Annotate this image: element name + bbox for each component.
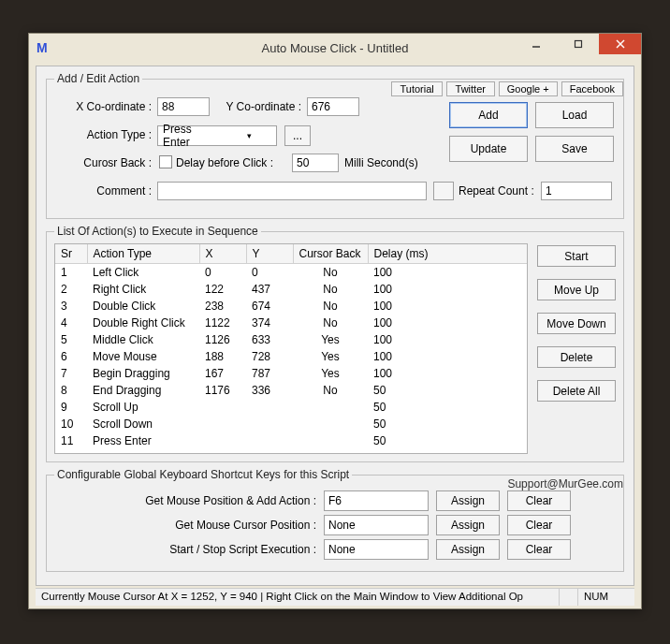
status-text: Currently Mouse Cursor At X = 1252, Y = … [36, 589, 560, 606]
sc2-input[interactable] [324, 515, 429, 535]
delete-button[interactable]: Delete [537, 346, 616, 368]
sc1-input[interactable] [324, 490, 429, 511]
sc1-label: Get Mouse Position & Add Action : [54, 494, 316, 507]
table-row[interactable]: 6Move Mouse188728Yes100 [55, 348, 527, 365]
actions-table[interactable]: Sr Action Type X Y Cursor Back Delay (ms… [54, 243, 528, 454]
col-y[interactable]: Y [246, 244, 293, 264]
sc3-clear-button[interactable]: Clear [507, 539, 571, 560]
sc1-assign-button[interactable]: Assign [436, 490, 500, 511]
col-cursor[interactable]: Cursor Back [293, 244, 368, 264]
actiontype-value: Press Enter [158, 123, 217, 149]
ycoord-input[interactable] [307, 97, 359, 116]
actions-list-legend: List Of Action(s) to Execute in Sequence [54, 225, 261, 238]
col-type[interactable]: Action Type [87, 244, 199, 264]
app-window: M Auto Mouse Click - Untitled Add / Edit… [28, 33, 642, 609]
table-row[interactable]: 11Press Enter50 [55, 432, 527, 449]
col-delay[interactable]: Delay (ms) [368, 244, 527, 264]
delay-label: Delay before Click : [176, 156, 288, 169]
table-row[interactable]: 5Middle Click1126633Yes100 [55, 331, 527, 348]
xcoord-label: X Co-ordinate : [54, 100, 152, 113]
col-sr[interactable]: Sr [55, 244, 87, 264]
close-button[interactable] [599, 34, 641, 54]
statusbar: Currently Mouse Cursor At X = 1252, Y = … [36, 588, 634, 606]
app-icon: M [36, 40, 51, 55]
update-button[interactable]: Update [449, 136, 528, 162]
table-row[interactable]: 9Scroll Up50 [55, 399, 527, 416]
table-row[interactable]: 7Begin Dragging167787Yes100 [55, 365, 527, 382]
sc3-label: Start / Stop Script Execution : [54, 543, 316, 556]
repeat-label: Repeat Count : [459, 184, 534, 198]
delay-input[interactable] [292, 154, 339, 172]
table-row[interactable]: 2Right Click122437No100 [55, 281, 527, 298]
table-row[interactable]: 3Double Click238674No100 [55, 298, 527, 315]
list-buttons: Start Move Up Move Down Delete Delete Al… [537, 243, 616, 454]
titlebar[interactable]: M Auto Mouse Click - Untitled [29, 34, 641, 62]
add-edit-legend: Add / Edit Action [54, 72, 142, 85]
chevron-down-icon: ▾ [217, 126, 276, 145]
sc2-assign-button[interactable]: Assign [436, 515, 500, 535]
table-row[interactable]: 8End Dragging1176336No50 [55, 382, 527, 399]
xcoord-input[interactable] [157, 97, 210, 116]
sc2-clear-button[interactable]: Clear [507, 515, 571, 535]
sc3-assign-button[interactable]: Assign [436, 539, 500, 560]
shortcuts-group: Configurable Global Keyboard Shortcut Ke… [46, 468, 624, 572]
save-button[interactable]: Save [535, 136, 614, 162]
ycoord-label: Y Co-ordinate : [213, 100, 301, 113]
movedown-button[interactable]: Move Down [537, 313, 616, 334]
table-row[interactable]: 1Left Click00No100 [55, 264, 527, 282]
actiontype-label: Action Type : [54, 128, 152, 141]
sc2-label: Get Mouse Cursor Position : [54, 519, 316, 532]
comment-input[interactable] [157, 182, 427, 200]
col-x[interactable]: X [199, 244, 246, 264]
window-controls [515, 34, 641, 54]
repeat-input[interactable] [541, 182, 612, 200]
moveup-button[interactable]: Move Up [537, 279, 616, 300]
comment-picker-button[interactable] [433, 182, 454, 200]
comment-label: Comment : [54, 184, 152, 198]
deleteall-button[interactable]: Delete All [537, 380, 616, 402]
add-edit-group: Add / Edit Action Tutorial Twitter Googl… [46, 72, 624, 219]
cursorback-checkbox[interactable] [159, 155, 172, 168]
actiontype-select[interactable]: Press Enter ▾ [157, 125, 277, 146]
svg-rect-1 [575, 41, 581, 48]
load-button[interactable]: Load [535, 102, 614, 128]
sc1-clear-button[interactable]: Clear [507, 490, 571, 511]
support-link[interactable]: Support@MurGee.com [507, 477, 623, 490]
client-area: Add / Edit Action Tutorial Twitter Googl… [36, 66, 634, 586]
table-row[interactable]: 10Scroll Down50 [55, 416, 527, 432]
delay-unit: Milli Second(s) [344, 156, 418, 169]
action-more-button[interactable]: ... [284, 125, 311, 146]
cursorback-label: Curosr Back : [54, 156, 152, 169]
table-row[interactable]: 4Double Right Click1122374No100 [55, 315, 527, 331]
add-button[interactable]: Add [449, 102, 528, 128]
minimize-button[interactable] [515, 34, 557, 54]
maximize-button[interactable] [557, 34, 599, 54]
actions-list-group: List Of Action(s) to Execute in Sequence… [46, 225, 624, 462]
status-num: NUM [578, 589, 634, 606]
shortcuts-legend: Configurable Global Keyboard Shortcut Ke… [54, 468, 352, 481]
status-spacer [560, 589, 578, 606]
sc3-input[interactable] [324, 539, 429, 560]
start-button[interactable]: Start [537, 245, 616, 267]
